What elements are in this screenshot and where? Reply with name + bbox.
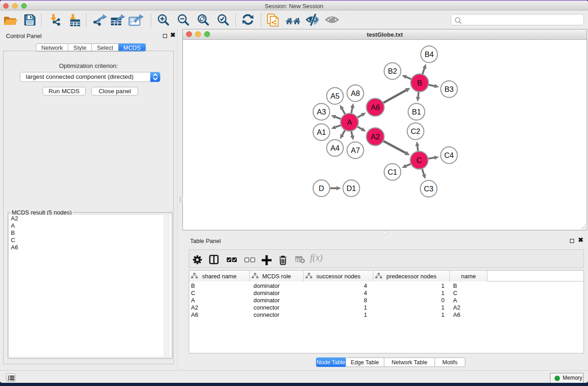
svg-text:A: A — [347, 118, 352, 126]
svg-text:A1: A1 — [317, 128, 326, 136]
svg-text:D: D — [319, 184, 324, 192]
svg-text:A4: A4 — [330, 144, 339, 152]
svg-text:B2: B2 — [388, 67, 397, 75]
svg-text:B1: B1 — [412, 108, 421, 116]
svg-text:C4: C4 — [444, 151, 454, 159]
svg-text:A7: A7 — [351, 146, 360, 154]
svg-text:A5: A5 — [330, 92, 339, 100]
svg-text:C1: C1 — [387, 168, 397, 176]
svg-text:D1: D1 — [346, 184, 356, 192]
svg-text:A3: A3 — [317, 108, 326, 116]
svg-text:A8: A8 — [351, 89, 360, 97]
svg-text:A2: A2 — [371, 133, 380, 141]
svg-text:C3: C3 — [424, 185, 433, 193]
svg-text:B3: B3 — [445, 85, 454, 93]
svg-text:B4: B4 — [425, 50, 434, 58]
svg-text:B: B — [417, 79, 422, 87]
svg-text:C2: C2 — [411, 127, 420, 135]
svg-text:A6: A6 — [371, 103, 380, 111]
svg-text:C: C — [416, 156, 422, 164]
